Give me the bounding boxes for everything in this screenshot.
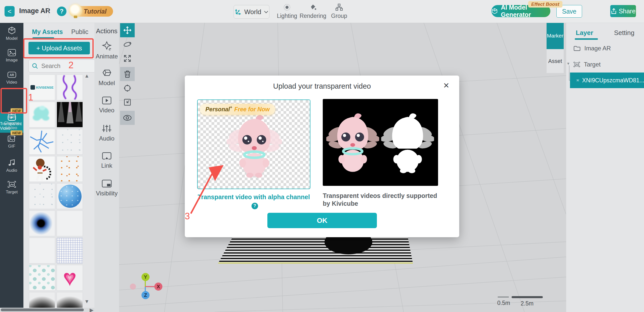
axis-z-handle[interactable]: Z [141, 291, 150, 299]
tab-asset[interactable]: Asset [547, 49, 564, 73]
axis-x-handle[interactable]: X [154, 283, 162, 291]
sidebar-item-audio[interactable]: Audio [0, 159, 23, 173]
target-marker-plane[interactable] [218, 233, 417, 263]
back-button[interactable]: < [5, 6, 15, 17]
scale-ruler-small [498, 297, 509, 297]
action-model[interactable]: Model [94, 68, 119, 87]
lighting-button[interactable]: Lighting [273, 3, 301, 19]
scroll-down-arrow[interactable]: ▼ [84, 299, 89, 304]
sidebar-item-gif[interactable]: GIF [0, 135, 23, 149]
asset-thumbnail-orange-particles[interactable] [57, 156, 83, 182]
scale-large-label: 2.5m [521, 300, 533, 307]
annotation-number-2: 2 [68, 60, 74, 71]
search-box[interactable] [28, 59, 95, 73]
sidebar-label: Model [0, 36, 23, 41]
share-label: Share [619, 8, 636, 15]
asset-thumbnail-pink-heart[interactable]: ♥♥♥ [57, 265, 83, 291]
axolotl-alpha-mask [381, 105, 434, 180]
asset-thumbnail-turkey-character[interactable] [29, 156, 55, 182]
scroll-right-arrow[interactable]: ▶ [90, 307, 93, 312]
action-label: Model [94, 80, 119, 87]
assets-panel: My Assets Public + Upload Assets KIVISEN… [23, 23, 95, 308]
target-image-icon [0, 180, 23, 188]
asset-thumbnail-stage-lights[interactable] [57, 102, 83, 127]
action-link[interactable]: Link [94, 152, 119, 169]
cube-icon [491, 7, 498, 15]
layer-item-selected-asset[interactable]: XNI9CUpszcmaWD81... [570, 73, 644, 88]
scroll-up-arrow[interactable]: ▲ [84, 73, 89, 79]
scale-tool-button[interactable] [120, 51, 135, 65]
asset-thumbnail-empty[interactable] [29, 238, 55, 263]
help-icon[interactable]: ? [252, 203, 258, 209]
focus-tool-button[interactable] [120, 81, 135, 95]
world-mode-dropdown[interactable]: World [234, 5, 269, 19]
sidebar-item-image[interactable]: Image [0, 49, 23, 62]
asset-thumbnail-cyan-smoke[interactable] [29, 102, 55, 127]
share-button[interactable]: Share [610, 5, 636, 17]
sidebar-item-model[interactable]: Model [0, 26, 23, 41]
asset-thumbnail-grid-mesh[interactable] [57, 238, 83, 263]
image-icon [0, 49, 23, 56]
fit-tool-button[interactable] [120, 95, 135, 109]
sidebar-item-video[interactable]: AR Video [0, 71, 23, 85]
supported-video-preview [323, 99, 438, 186]
tab-public[interactable]: Public [71, 28, 88, 36]
asset-thumbnail-teal-flakes[interactable] [29, 265, 55, 291]
share-upload-icon [611, 8, 617, 14]
sidebar-label: Image [0, 58, 23, 62]
target-image-icon [577, 77, 579, 84]
lighting-label: Lighting [277, 13, 297, 19]
scale-ruler-large [512, 296, 543, 298]
asset-thumbnail-light-particles[interactable] [57, 129, 83, 155]
annotation-arrow-step3 [176, 161, 227, 232]
horizontal-scrollbar[interactable] [1, 308, 84, 311]
rendering-button[interactable]: Rendering [299, 3, 327, 19]
asset-thumbnail-empty[interactable] [57, 211, 83, 236]
search-icon [32, 63, 38, 69]
svg-text:AR: AR [10, 73, 14, 77]
layer-item-image-ar[interactable]: Image AR [573, 45, 611, 52]
asset-thumbnail-blue-lightning[interactable] [29, 129, 55, 155]
visibility-tool-button[interactable] [120, 111, 135, 125]
move-tool-button[interactable] [120, 23, 135, 37]
divider [48, 5, 49, 18]
tab-layer[interactable]: Layer [576, 29, 593, 37]
action-audio[interactable]: Audio [94, 124, 119, 142]
sidebar-item-target[interactable]: Target [0, 180, 23, 194]
scale-small-label: 0.5m [497, 300, 510, 306]
music-note-icon [0, 159, 23, 167]
sidebar-item-chroma-video[interactable]: Chroma Video [0, 111, 23, 130]
sidebar-label: Chroma Video [0, 121, 23, 130]
layer-item-target[interactable]: Target [573, 61, 601, 68]
sidebar-label: Audio [0, 168, 23, 173]
ok-button[interactable]: OK [267, 213, 377, 228]
close-icon[interactable]: ✕ [443, 81, 449, 90]
asset-thumbnail-soft-particles[interactable] [29, 183, 55, 209]
group-button[interactable]: Group [325, 3, 353, 19]
delete-tool-button[interactable] [120, 67, 135, 81]
action-label: Video [94, 107, 119, 114]
asset-thumbnail-blue-cell-sphere[interactable] [57, 183, 83, 209]
sidebar-label: Video [0, 80, 23, 85]
tutorial-button[interactable]: Tutorial [73, 6, 113, 17]
cube-icon [0, 26, 23, 35]
page-title: Image AR [19, 7, 50, 15]
action-animate[interactable]: Animate [94, 41, 119, 60]
axis-negx-handle[interactable] [130, 284, 136, 290]
axolotl-character [227, 113, 282, 178]
target-icon [573, 61, 580, 68]
layer-item-label: XNI9CUpszcmaWD81... [582, 77, 644, 84]
fit-screen-icon [124, 98, 131, 106]
tab-marker[interactable]: Marker [547, 22, 564, 49]
asset-thumbnail-blue-vortex[interactable] [29, 211, 55, 236]
action-video[interactable]: Video [94, 96, 119, 114]
tab-my-assets[interactable]: My Assets [32, 28, 63, 36]
asset-thumbnail-purple-lightning[interactable] [57, 75, 83, 100]
help-icon[interactable]: ? [57, 7, 66, 16]
axis-y-handle[interactable]: Y [141, 273, 150, 281]
rotate-tool-button[interactable] [120, 37, 135, 51]
lightbulb-icon [69, 4, 82, 17]
sun-icon [283, 3, 291, 12]
tab-setting[interactable]: Setting [614, 29, 634, 37]
action-visibility[interactable]: Visibility [94, 179, 119, 197]
